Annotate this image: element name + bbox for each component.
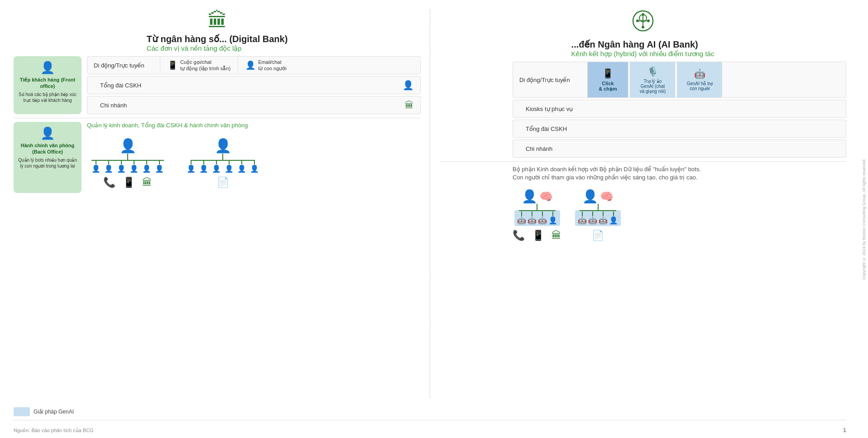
- left-panel-title: Từ ngân hàng số... (Digital Bank): [147, 34, 288, 44]
- front-office-icon: 👤: [17, 61, 78, 75]
- legend-box: [14, 407, 30, 416]
- ai-org1-branch-wrap: 🤖 🤖 🤖: [514, 210, 560, 226]
- back-office-icon: 👤: [17, 126, 78, 140]
- ai-org2-bot1: 🤖: [578, 212, 587, 225]
- content-area: 🏛 Từ ngân hàng số... (Digital Bank) Các …: [0, 0, 860, 438]
- left-bottom-section: 👤 Hành chính văn phòng (Back Office) Quả…: [14, 122, 421, 193]
- right-bottom-text1: Bộ phận Kinh doanh kết hợp với Bộ phận D…: [513, 166, 701, 173]
- ai-org2-pchild-vline: [613, 212, 614, 216]
- ai-org1-bot2-icon: 🤖: [528, 216, 537, 225]
- copyright-text: Copyright © 2024 by Boston Consulting Gr…: [860, 154, 868, 284]
- ai-org2-bot2: 🤖: [588, 212, 597, 225]
- org1-child-5: 👤: [142, 160, 151, 173]
- org2-c5-icon: 👤: [237, 164, 246, 173]
- ai-org1-bot3-icon: 🤖: [538, 216, 547, 225]
- docs-icon: 📄: [217, 177, 229, 188]
- legend-row: Giải pháp GenAI: [14, 407, 846, 416]
- org2-child-2: 👤: [199, 160, 208, 173]
- ai-org2-person-child: 👤: [609, 212, 618, 225]
- ai-org2-person-icon: 👤: [582, 189, 598, 204]
- org2-child-4: 👤: [225, 160, 234, 173]
- ai-org2-bot3: 🤖: [599, 212, 608, 225]
- section-divider-left: [14, 118, 421, 118]
- org1-vline: [127, 154, 128, 160]
- channel-item-autocall: 📱 Cuộc gọi/chattự động (lập trình sẵn): [160, 57, 238, 74]
- click-cham-icon: 📱: [602, 68, 614, 79]
- ai-bank-icon: [631, 9, 655, 37]
- branch-icon: 🏛: [405, 100, 414, 111]
- human-chat-text: Email/chattừ con người: [258, 59, 287, 72]
- back-office-label: 👤 Hành chính văn phòng (Back Office) Quả…: [14, 122, 82, 193]
- ai-org1-building-icon: 🏛: [551, 230, 561, 241]
- right-column: ...đến Ngân hàng AI (AI Bank) Kênh kết h…: [430, 9, 846, 398]
- right-bottom-content: Bộ phận Kinh doanh kết hợp với Bộ phận D…: [513, 165, 846, 244]
- ai-org2-b1-icon: 🤖: [578, 216, 587, 225]
- right-channel-row-4: Chi nhánh: [513, 140, 846, 158]
- right-channel-label-callcenter: Tổng đài CSKH: [519, 123, 592, 135]
- org1-tree: 👤 👤 👤: [87, 160, 168, 173]
- org1-child5-icon: 👤: [142, 164, 151, 173]
- org1-child-2: 👤: [104, 160, 113, 173]
- ai-org1-bot3: 🤖: [538, 212, 547, 225]
- left-channels: Di động/Trực tuyến 📱 Cuộc gọi/chattự độn…: [87, 56, 421, 114]
- autocall-text: Cuộc gọi/chattự động (lập trình sẵn): [180, 59, 230, 72]
- mobile-icon-b: 📱: [123, 177, 135, 188]
- ai-org-chart-2: 👤 🧠 🤖: [575, 189, 621, 241]
- click-cham-item: 📱 Click& chạm: [587, 62, 628, 97]
- ai-org1-bottom: 📞 📱 🏛: [513, 230, 561, 241]
- svg-point-7: [642, 13, 644, 16]
- ai-org1-pchild-vline: [552, 212, 553, 216]
- right-channel-row-3: Tổng đài CSKH: [513, 120, 846, 138]
- org2-hline: [191, 160, 254, 161]
- org2-branch-wrap: 👤 👤 👤: [187, 160, 259, 173]
- org1-child3-icon: 👤: [117, 164, 126, 173]
- org1-child-3: 👤: [117, 160, 126, 173]
- left-channel-row-2: Tổng đài CSKH 👤: [87, 76, 421, 94]
- right-bottom-text2: Con người chỉ tham gia vào những phần vi…: [513, 174, 698, 181]
- ai-org2-bottom: 📄: [592, 230, 604, 241]
- svg-point-8: [642, 26, 644, 29]
- channel-item-human-chat: 👤 Email/chattừ con người: [238, 57, 294, 74]
- left-panel-subtitle: Các đơn vị và nền tảng độc lập: [147, 44, 288, 53]
- bank-icon: 🏛: [207, 9, 227, 32]
- ai-org1-bot3-vline: [542, 212, 543, 216]
- footer-page: 1: [843, 427, 846, 433]
- footer-divider: [14, 420, 846, 420]
- front-office-desc: Số hoá các bộ phận tiếp xúc trực tiếp vớ…: [17, 91, 78, 103]
- back-office-title: Hành chính văn phòng (Back Office): [17, 142, 78, 155]
- ai-org-chart-1: 👤 🧠 🤖: [513, 189, 561, 241]
- org2-vline: [222, 154, 223, 160]
- right-bottom-subtitle: Bộ phận Kinh doanh kết hợp với Bộ phận D…: [513, 165, 846, 182]
- channel-label-callcenter: Tổng đài CSKH: [94, 79, 166, 91]
- org1-child1-icon: 👤: [91, 164, 101, 173]
- channel-label-kiosks: Kiosks tự phục vụ: [519, 103, 592, 115]
- org-chart-1: 👤 👤: [87, 138, 168, 188]
- back-office-desc: Quản lý bots nhiều hơn quản lý con người…: [17, 157, 78, 169]
- org2-c3-icon: 👤: [212, 164, 221, 173]
- left-panel-header: 🏛 Từ ngân hàng số... (Digital Bank) Các …: [14, 9, 421, 53]
- org1-child-4: 👤: [129, 160, 139, 173]
- org2-child-5: 👤: [237, 160, 246, 173]
- org2-c6-icon: 👤: [250, 164, 259, 173]
- callcenter-icon: 👤: [403, 80, 414, 91]
- legend-text: Giải pháp GenAI: [34, 409, 74, 415]
- channel-label-branch: Chi nhánh: [94, 99, 166, 111]
- org2-c2-icon: 👤: [199, 164, 208, 173]
- org1-child6-icon: 👤: [155, 164, 164, 173]
- ai-org1-bot2-vline: [532, 212, 532, 216]
- genai-support-label: GenAI hỗ trợcon người: [687, 81, 713, 91]
- genai-support-item: 🤖 GenAI hỗ trợcon người: [677, 62, 722, 97]
- main-container: 🏛 Từ ngân hàng số... (Digital Bank) Các …: [0, 0, 868, 438]
- org1-hline: [91, 160, 164, 161]
- left-top-section: 👤 Tiếp khách hàng (Front office) Số hoá …: [14, 56, 421, 114]
- right-panel-header: ...đến Ngân hàng AI (AI Bank) Kênh kết h…: [439, 9, 846, 58]
- mobile-icon: 📱: [168, 60, 177, 70]
- org2-child-1: 👤: [187, 160, 196, 173]
- ai-org1-person-child: 👤: [548, 212, 557, 225]
- ai-org1-bot1-icon: 🤖: [517, 216, 526, 225]
- org1-bottom-icons: 📞 📱 🏛: [103, 177, 152, 188]
- section-divider-right: [439, 161, 846, 162]
- org1-children: 👤 👤 👤: [91, 160, 164, 173]
- org2-c4-icon: 👤: [225, 164, 234, 173]
- org1-child4-icon: 👤: [129, 164, 139, 173]
